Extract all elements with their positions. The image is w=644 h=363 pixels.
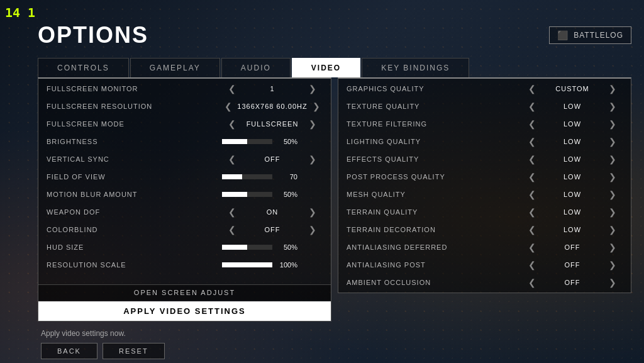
setting-label: AMBIENT OCCLUSION: [347, 279, 431, 286]
arrow-left[interactable]: ❮: [526, 137, 538, 147]
setting-value: 1: [241, 85, 304, 92]
setting-value: OFF: [541, 279, 604, 286]
arrow-right[interactable]: ❯: [307, 84, 318, 94]
arrow-right[interactable]: ❯: [607, 260, 618, 270]
setting-label: EFFECTS QUALITY: [347, 155, 419, 163]
arrow-right[interactable]: ❯: [307, 119, 318, 129]
open-screen-adjust-button[interactable]: OPEN SCREEN ADJUST: [38, 284, 331, 300]
setting-value: OFF: [541, 243, 604, 251]
setting-label: FULLSCREEN MONITOR: [47, 85, 138, 92]
arrow-left[interactable]: ❮: [526, 84, 538, 94]
right-setting-row: LIGHTING QUALITY ❮ LOW ❯: [343, 133, 626, 150]
left-setting-row: MOTION BLUR AMOUNT 50%: [43, 186, 326, 203]
arrow-left[interactable]: ❮: [526, 277, 538, 288]
setting-value: OFF: [241, 226, 304, 233]
arrow-right[interactable]: ❯: [607, 225, 618, 235]
arrow-right[interactable]: ❯: [607, 189, 618, 199]
setting-value: LOW: [541, 173, 604, 181]
setting-label: ANTIALIASING POST: [347, 261, 426, 269]
battlelog-button[interactable]: ⬛ BATTLELOG: [549, 26, 631, 44]
arrow-left[interactable]: ❮: [526, 101, 538, 111]
arrow-right[interactable]: ❯: [607, 84, 618, 94]
arrow-right[interactable]: ❯: [607, 154, 618, 164]
setting-value: LOW: [541, 138, 604, 145]
arrow-left[interactable]: ❮: [526, 172, 538, 182]
arrow-left[interactable]: ❮: [226, 154, 238, 164]
setting-label: FIELD OF VIEW: [47, 173, 106, 181]
arrow-left[interactable]: ❮: [526, 207, 538, 217]
setting-label: TERRAIN DECORATION: [347, 226, 436, 233]
arrow-right[interactable]: ❯: [607, 119, 618, 129]
setting-value: LOW: [541, 120, 604, 128]
slider-bar[interactable]: [222, 139, 272, 144]
arrow-right[interactable]: ❯: [307, 207, 318, 217]
setting-label: WEAPON DOF: [47, 208, 100, 216]
arrow-right[interactable]: ❯: [607, 172, 618, 182]
setting-value: ON: [241, 208, 304, 216]
right-setting-row: ANTIALIASING DEFERRED ❮ OFF ❯: [343, 238, 626, 256]
setting-label: VERTICAL SYNC: [47, 155, 109, 163]
right-setting-row: EFFECTS QUALITY ❮ LOW ❯: [343, 150, 626, 168]
setting-label: ANTIALIASING DEFERRED: [347, 243, 447, 251]
setting-label: FULLSCREEN RESOLUTION: [47, 103, 152, 110]
right-setting-row: POST PROCESS QUALITY ❮ LOW ❯: [343, 168, 626, 186]
left-setting-row: VERTICAL SYNC ❮ OFF ❯: [43, 150, 326, 168]
slider-value: 70: [275, 173, 297, 181]
tab-video[interactable]: VIDEO: [292, 58, 360, 77]
reset-button[interactable]: RESET: [103, 343, 165, 359]
arrow-left[interactable]: ❮: [223, 101, 234, 111]
right-setting-row: ANTIALIASING POST ❮ OFF ❯: [343, 256, 626, 274]
arrow-left[interactable]: ❮: [526, 225, 538, 235]
arrow-left[interactable]: ❮: [526, 119, 538, 129]
left-setting-row: FIELD OF VIEW 70: [43, 168, 326, 186]
right-setting-row: TERRAIN DECORATION ❮ LOW ❯: [343, 221, 626, 238]
left-setting-row: FULLSCREEN RESOLUTION ❮ 1366x768 60.00Hz…: [43, 98, 326, 115]
arrow-left[interactable]: ❮: [526, 260, 538, 270]
arrow-left[interactable]: ❮: [526, 242, 538, 252]
setting-label: RESOLUTION SCALE: [47, 261, 126, 269]
slider-bar[interactable]: [222, 192, 272, 197]
tab-keybindings[interactable]: KEY BINDINGS: [362, 58, 469, 77]
slider-bar[interactable]: [222, 174, 272, 179]
arrow-right[interactable]: ❯: [607, 207, 618, 217]
footer-apply-text: Apply video settings now.: [41, 329, 631, 338]
battlelog-icon: ⬛: [557, 30, 569, 40]
left-setting-row: FULLSCREEN MONITOR ❮ 1 ❯: [43, 80, 326, 98]
arrow-left[interactable]: ❮: [226, 225, 238, 235]
setting-label: TERRAIN QUALITY: [347, 208, 418, 216]
arrow-left[interactable]: ❮: [226, 84, 238, 94]
arrow-right[interactable]: ❯: [311, 101, 322, 111]
right-setting-row: AMBIENT OCCLUSION ❮ OFF ❯: [343, 274, 626, 291]
tab-audio[interactable]: AUDIO: [221, 58, 291, 77]
arrow-left[interactable]: ❮: [226, 119, 238, 129]
setting-value: LOW: [541, 155, 604, 163]
tab-controls[interactable]: CONTROLS: [38, 58, 129, 77]
right-setting-row: TEXTURE FILTERING ❮ LOW ❯: [343, 115, 626, 133]
tab-gameplay[interactable]: GAMEPLAY: [130, 58, 220, 77]
arrow-right[interactable]: ❯: [307, 225, 318, 235]
left-setting-row: WEAPON DOF ❮ ON ❯: [43, 203, 326, 221]
arrow-right[interactable]: ❯: [607, 277, 618, 288]
arrow-left[interactable]: ❮: [526, 189, 538, 199]
left-setting-row: HUD SIZE 50%: [43, 238, 326, 256]
arrow-right[interactable]: ❯: [607, 242, 618, 252]
arrow-left[interactable]: ❮: [226, 207, 238, 217]
slider-value: 50%: [275, 243, 297, 251]
arrow-right[interactable]: ❯: [607, 101, 618, 111]
back-button[interactable]: BACK: [41, 343, 97, 359]
arrow-left[interactable]: ❮: [526, 154, 538, 164]
battlelog-label: BATTLELOG: [574, 31, 623, 40]
slider-bar[interactable]: [222, 262, 272, 267]
setting-value: LOW: [541, 208, 604, 216]
arrow-right[interactable]: ❯: [307, 154, 318, 164]
setting-label: HUD SIZE: [47, 243, 84, 251]
nav-tabs: CONTROLS GAMEPLAY AUDIO VIDEO KEY BINDIN…: [38, 58, 631, 77]
left-setting-row: RESOLUTION SCALE 100%: [43, 256, 326, 274]
apply-video-settings-button[interactable]: APPLY VIDEO SETTINGS: [38, 301, 331, 321]
left-setting-row: COLORBLIND ❮ OFF ❯: [43, 221, 326, 238]
setting-label: LIGHTING QUALITY: [347, 138, 421, 145]
arrow-right[interactable]: ❯: [607, 137, 618, 147]
setting-label: MOTION BLUR AMOUNT: [47, 191, 138, 198]
setting-label: BRIGHTNESS: [47, 138, 98, 145]
slider-bar[interactable]: [222, 245, 272, 250]
